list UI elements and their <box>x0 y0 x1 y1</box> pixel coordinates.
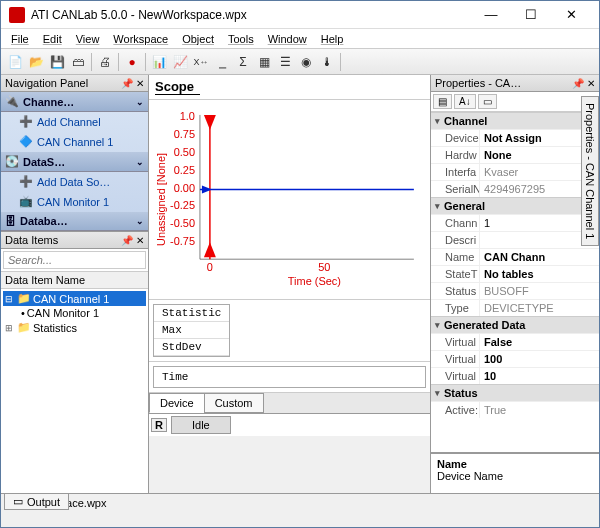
tb-sigma-icon[interactable]: Σ <box>233 52 253 72</box>
prop-row[interactable]: TypeDEVICETYPE <box>431 299 599 316</box>
minimize-button[interactable]: — <box>471 1 511 29</box>
prop-row[interactable]: VirtualFalse <box>431 333 599 350</box>
menu-edit[interactable]: Edit <box>37 31 68 47</box>
tb-therm-icon[interactable]: 🌡 <box>317 52 337 72</box>
tree-row-can-channel-1[interactable]: ⊟ 📁 CAN Channel 1 <box>3 291 146 306</box>
menu-help[interactable]: Help <box>315 31 350 47</box>
menu-view[interactable]: View <box>70 31 106 47</box>
prop-category[interactable]: ▾Channel <box>431 112 599 129</box>
props-categorized-icon[interactable]: ▤ <box>433 94 452 109</box>
pin-icon[interactable]: 📌 ✕ <box>572 78 595 89</box>
prop-category[interactable]: ▾Generated Data <box>431 316 599 333</box>
tb-saveall-icon[interactable]: 🗃 <box>68 52 88 72</box>
nav-panel-title: Navigation Panel <box>5 77 88 89</box>
prop-category[interactable]: ▾General <box>431 197 599 214</box>
output-tab[interactable]: ▭ Output <box>4 493 69 510</box>
prop-row[interactable]: Active:True <box>431 401 599 418</box>
prop-value[interactable]: True <box>479 402 599 418</box>
prop-value[interactable]: 100 <box>479 351 599 367</box>
tree-row-statistics[interactable]: ⊞ 📁 Statistics <box>3 320 146 335</box>
expand-icon[interactable]: ⊞ <box>5 323 15 333</box>
tb-xy-icon[interactable]: X↔ <box>191 52 211 72</box>
nav-can-channel-1[interactable]: 🔷 CAN Channel 1 <box>1 132 148 152</box>
properties-grid[interactable]: ▾ChannelDeviceNot AssignHardwNoneInterfa… <box>431 112 599 453</box>
scope-chart[interactable]: Unassigned [None] 1.00.75 0.500.25 0.00-… <box>149 100 430 300</box>
menu-object[interactable]: Object <box>176 31 220 47</box>
menu-file[interactable]: File <box>5 31 35 47</box>
marker-bottom-icon[interactable] <box>204 242 216 257</box>
nav-section-label: Databa… <box>20 215 68 227</box>
nav-add-datasource[interactable]: ➕ Add Data So… <box>1 172 148 192</box>
tb-chart-icon[interactable]: 📊 <box>149 52 169 72</box>
prop-row[interactable]: InterfaKvaser <box>431 163 599 180</box>
svg-text:-0.25: -0.25 <box>170 199 195 211</box>
prop-row[interactable]: Descri <box>431 231 599 248</box>
prop-key: Device <box>431 130 479 146</box>
chevron-down-icon: ▾ <box>435 320 440 330</box>
prop-value[interactable]: DEVICETYPE <box>479 300 599 316</box>
tb-trace-icon[interactable]: ⎯ <box>212 52 232 72</box>
tb-new-icon[interactable]: 📄 <box>5 52 25 72</box>
data-items-tree[interactable]: ⊟ 📁 CAN Channel 1 • CAN Monitor 1 ⊞ 📁 St… <box>1 289 148 493</box>
nav-can-monitor-1[interactable]: 📺 CAN Monitor 1 <box>1 192 148 212</box>
close-button[interactable]: ✕ <box>551 1 591 29</box>
tb-list-icon[interactable]: ☰ <box>275 52 295 72</box>
y-axis-label: Unassigned [None] <box>155 153 167 246</box>
props-alpha-icon[interactable]: A↓ <box>454 94 476 109</box>
time-label: Time <box>153 366 426 388</box>
channels-icon: 🔌 <box>5 95 19 108</box>
prop-row[interactable]: Chann1 <box>431 214 599 231</box>
tab-device[interactable]: Device <box>149 393 205 413</box>
nav-section-databases[interactable]: 🗄 Databa… ⌄ <box>1 212 148 231</box>
menu-window[interactable]: Window <box>262 31 313 47</box>
prop-row[interactable]: DeviceNot Assign <box>431 129 599 146</box>
nav-section-datasources[interactable]: 💽 DataS… ⌄ <box>1 152 148 172</box>
status-bar: NewWorkspace.wpx <box>1 493 599 511</box>
prop-value[interactable]: No tables <box>479 266 599 282</box>
tb-print-icon[interactable]: 🖨 <box>95 52 115 72</box>
menu-tools[interactable]: Tools <box>222 31 260 47</box>
record-toggle[interactable]: R <box>151 418 167 432</box>
tab-custom[interactable]: Custom <box>204 393 264 413</box>
title-bar: ATI CANLab 5.0.0 - NewWorkspace.wpx — ☐ … <box>1 1 599 29</box>
nav-add-channel[interactable]: ➕ Add Channel <box>1 112 148 132</box>
svg-text:0.75: 0.75 <box>174 128 195 140</box>
stat-max: Max <box>154 322 229 339</box>
tb-gauge-icon[interactable]: ◉ <box>296 52 316 72</box>
prop-row[interactable]: HardwNone <box>431 146 599 163</box>
prop-row[interactable]: NameCAN Chann <box>431 248 599 265</box>
x-axis-label: Time (Sec) <box>288 275 341 287</box>
menu-workspace[interactable]: Workspace <box>107 31 174 47</box>
search-input[interactable] <box>3 251 146 269</box>
prop-value[interactable]: CAN Chann <box>479 249 599 265</box>
prop-value[interactable]: BUSOFF <box>479 283 599 299</box>
tb-record-icon[interactable]: ● <box>122 52 142 72</box>
chevron-down-icon: ▾ <box>435 388 440 398</box>
props-page-icon[interactable]: ▭ <box>478 94 497 109</box>
tb-open-icon[interactable]: 📂 <box>26 52 46 72</box>
prop-row[interactable]: Virtual100 <box>431 350 599 367</box>
tb-scope-icon[interactable]: 📈 <box>170 52 190 72</box>
tree-row-can-monitor-1[interactable]: • CAN Monitor 1 <box>3 306 146 320</box>
prop-category[interactable]: ▾Status <box>431 384 599 401</box>
app-icon <box>9 7 25 23</box>
prop-key: Descri <box>431 232 479 248</box>
prop-row[interactable]: Virtual10 <box>431 367 599 384</box>
tb-grid-icon[interactable]: ▦ <box>254 52 274 72</box>
pin-icon[interactable]: 📌 ✕ <box>121 235 144 246</box>
nav-section-channels[interactable]: 🔌 Channe… ⌄ <box>1 92 148 112</box>
prop-row[interactable]: StateTNo tables <box>431 265 599 282</box>
props-side-tab[interactable]: Properties - CAN Channel 1 <box>581 96 599 246</box>
prop-row[interactable]: SerialN4294967295 <box>431 180 599 197</box>
chevron-down-icon: ⌄ <box>136 216 144 226</box>
prop-value[interactable]: 10 <box>479 368 599 384</box>
collapse-icon[interactable]: ⊟ <box>5 294 15 304</box>
prop-value[interactable]: False <box>479 334 599 350</box>
marker-top-icon[interactable] <box>204 115 216 130</box>
prop-row[interactable]: StatusBUSOFF <box>431 282 599 299</box>
prop-key: Interfa <box>431 164 479 180</box>
datasource-icon: 💽 <box>5 155 19 168</box>
pin-icon[interactable]: 📌 ✕ <box>121 78 144 89</box>
tb-save-icon[interactable]: 💾 <box>47 52 67 72</box>
maximize-button[interactable]: ☐ <box>511 1 551 29</box>
